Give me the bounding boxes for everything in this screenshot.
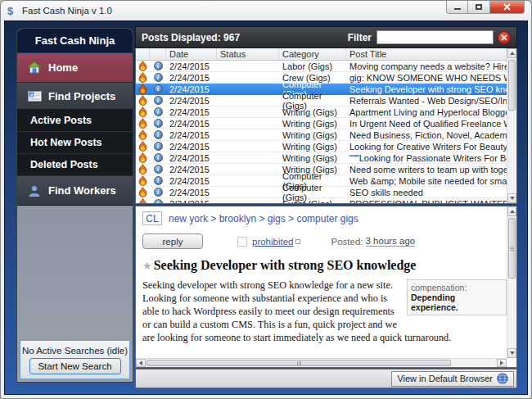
scroll-down-arrow[interactable] — [507, 193, 516, 203]
info-icon[interactable]: i — [154, 96, 163, 105]
scroll-right-arrow[interactable] — [497, 359, 507, 367]
info-icon[interactable]: i — [154, 119, 163, 128]
sidebar-item-home[interactable]: Home — [17, 53, 133, 83]
sidebar-item-hot-new-posts[interactable]: Hot New Posts — [17, 132, 133, 154]
clear-x-icon — [501, 34, 507, 41]
scrollbar-thumb[interactable] — [147, 360, 451, 366]
cell-date: 2/24/2015 — [166, 199, 217, 204]
cell-date: 2/24/2015 — [166, 84, 217, 94]
scrollbar-thumb[interactable] — [508, 218, 516, 279]
cell-date: 2/24/2015 — [166, 153, 217, 163]
title-bar[interactable]: $ Fast Cash Ninja v 1.0 — [1, 1, 531, 20]
sidebar-header: Fast Cash Ninja — [17, 29, 133, 53]
prohibited-checkbox[interactable] — [237, 237, 247, 247]
svg-text:A: A — [29, 92, 33, 97]
hot-flame-icon — [136, 141, 150, 152]
column-header-date[interactable]: Date — [166, 48, 217, 60]
info-icon[interactable]: i — [154, 153, 163, 162]
app-icon: $ — [7, 5, 19, 17]
view-in-browser-button[interactable]: View in Default Browser — [391, 371, 514, 387]
scrollbar-thumb[interactable] — [508, 60, 516, 111]
table-row[interactable]: i 2/24/2015 Event (Gigs) PROFESSIONAL PU… — [136, 198, 507, 203]
cell-date: 2/24/2015 — [166, 142, 217, 152]
post-preview-pane: CL new york > brooklyn > gigs > computer… — [135, 206, 517, 368]
start-new-search-button[interactable]: Start New Search — [29, 358, 121, 374]
cell-category: Writing (Gigs) — [279, 119, 346, 129]
search-status-panel: No Active Searches (idle) Start New Sear… — [20, 340, 130, 379]
cell-date: 2/24/2015 — [166, 130, 217, 140]
compensation-box: compensation: Depending experience. — [407, 279, 507, 315]
info-icon[interactable]: i — [154, 61, 163, 70]
app-window: $ Fast Cash Ninja v 1.0 Fast Cash Ninja — [0, 0, 532, 399]
cell-date: 2/24/2015 — [166, 73, 217, 83]
table-row[interactable]: i 2/24/2015 Writing (Gigs) Need Business… — [136, 129, 507, 141]
window-title: Fast Cash Ninja v 1.0 — [22, 6, 112, 16]
cell-date: 2/24/2015 — [166, 61, 217, 71]
cell-date: 2/24/2015 — [166, 119, 217, 129]
hot-flame-icon — [136, 95, 150, 106]
find-projects-icon: A — [25, 91, 43, 102]
info-icon[interactable]: i — [154, 199, 163, 203]
hot-flame-icon — [136, 72, 150, 83]
info-icon[interactable]: i — [154, 73, 163, 82]
home-icon — [25, 61, 43, 74]
cell-title: Moving company needs a website? Hire a s… — [346, 61, 507, 71]
table-header[interactable]: Date Status Category Post Title — [136, 48, 507, 61]
maximize-button[interactable] — [468, 1, 490, 14]
main-panel: Posts Displayed: 967 Filter Date Status … — [135, 26, 517, 388]
sidebar-item-deleted-posts[interactable]: Deleted Posts — [17, 154, 133, 176]
reply-button[interactable]: reply — [142, 234, 203, 249]
breadcrumb[interactable]: new york > brooklyn > gigs > computer gi… — [169, 213, 358, 224]
sidebar-item-find-projects[interactable]: A Find Projects — [17, 83, 133, 110]
column-header-category[interactable]: Category — [279, 48, 346, 60]
close-button[interactable] — [490, 1, 525, 14]
table-row[interactable]: i 2/24/2015 Writing (Gigs) """Looking fo… — [136, 152, 507, 164]
app-frame: Fast Cash Ninja Home A — [4, 20, 528, 395]
table-vertical-scrollbar[interactable] — [507, 48, 516, 203]
info-icon[interactable]: i — [154, 165, 163, 174]
info-icon[interactable]: i — [154, 176, 163, 185]
column-header-status[interactable]: Status — [217, 48, 279, 60]
cell-date: 2/24/2015 — [166, 165, 217, 175]
posted-time: 3 hours ago — [366, 236, 416, 247]
hot-flame-icon — [136, 107, 150, 117]
table-row[interactable]: i 2/24/2015 Computer (Gigs) SEO skills n… — [136, 187, 507, 198]
cell-category: Writing (Gigs) — [279, 130, 346, 140]
find-workers-icon — [25, 185, 43, 197]
info-icon[interactable]: i — [154, 188, 163, 197]
scroll-up-arrow[interactable] — [507, 48, 516, 58]
craigslist-logo[interactable]: CL — [142, 211, 162, 225]
column-header-title[interactable]: Post Title — [346, 48, 507, 60]
scroll-down-arrow[interactable] — [507, 348, 516, 358]
table-row[interactable]: i 2/24/2015 Computer (Gigs) Referrals Wa… — [136, 95, 507, 107]
sidebar-item-active-posts[interactable]: Active Posts — [17, 110, 133, 132]
preview-horizontal-scrollbar[interactable] — [136, 358, 507, 367]
filter-clear-button[interactable] — [498, 31, 511, 44]
table-row[interactable]: i 2/24/2015 Labor (Gigs) Moving company … — [136, 61, 507, 72]
sidebar-item-label: Hot New Posts — [30, 137, 102, 148]
table-row[interactable]: i 2/24/2015 Writing (Gigs) Looking for C… — [136, 141, 507, 152]
info-icon[interactable]: i — [154, 84, 163, 93]
filter-label: Filter — [348, 32, 372, 43]
info-icon[interactable]: i — [154, 142, 163, 151]
favorite-star-icon[interactable]: ★ — [142, 260, 152, 272]
filter-input[interactable] — [376, 30, 494, 44]
cell-date: 2/24/2015 — [166, 107, 217, 117]
cell-title: Looking for Creative Writers For Beauty … — [346, 142, 507, 152]
cell-date: 2/24/2015 — [166, 96, 217, 106]
post-title: Seeking Developer with strong SEO knowle… — [154, 258, 417, 273]
compensation-label: compensation: — [411, 283, 467, 292]
table-row[interactable]: i 2/24/2015 Writing (Gigs) Apartment Liv… — [136, 107, 507, 118]
prohibited-link[interactable]: prohibited — [252, 237, 294, 247]
info-icon[interactable]: i — [154, 130, 163, 139]
cell-category: Writing (Gigs) — [279, 107, 346, 117]
sidebar-filler — [17, 206, 133, 338]
table-row[interactable]: i 2/24/2015 Writing (Gigs) In Urgent Nee… — [136, 118, 507, 129]
scroll-left-arrow[interactable] — [136, 359, 146, 367]
scroll-up-arrow[interactable] — [507, 206, 516, 216]
minimize-button[interactable] — [446, 1, 468, 14]
sidebar-item-find-workers[interactable]: Find Workers — [17, 176, 133, 206]
preview-vertical-scrollbar[interactable] — [507, 206, 516, 358]
info-icon[interactable]: i — [154, 107, 163, 116]
cell-date: 2/24/2015 — [166, 188, 217, 197]
